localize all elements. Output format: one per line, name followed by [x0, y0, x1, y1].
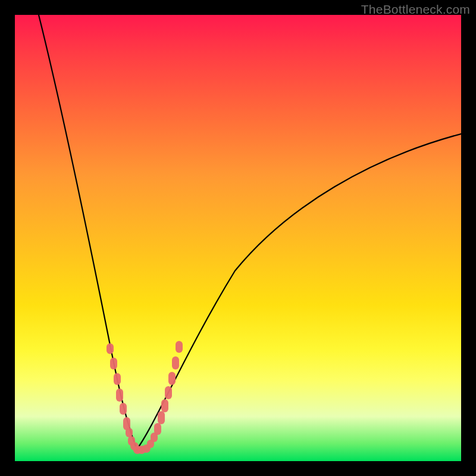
marker-dot [126, 428, 133, 437]
curve-right-branch [137, 134, 461, 449]
marker-dot [165, 386, 172, 399]
marker-dot [172, 356, 179, 369]
marker-dot [114, 373, 121, 385]
marker-dot [154, 423, 161, 435]
marker-dot [110, 358, 117, 369]
marker-dot [107, 343, 114, 354]
marker-dot [158, 411, 165, 424]
chart-frame: TheBottleneck.com [0, 0, 476, 476]
plot-svg [15, 15, 461, 461]
marker-dot [176, 341, 183, 353]
marker-dot [161, 399, 168, 412]
marker-dot [116, 389, 123, 402]
marker-dot [120, 403, 127, 415]
curve-left-branch [39, 15, 137, 449]
plot-area [15, 15, 461, 461]
marker-dot [168, 372, 176, 385]
